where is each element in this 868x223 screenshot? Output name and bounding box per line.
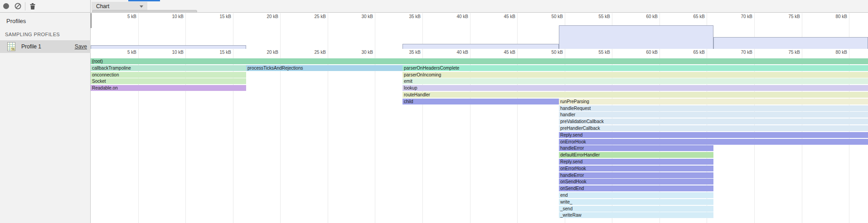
ruler-top-tick-label: 35 kB (384, 14, 421, 19)
ruler-bottom-tick-label: 10 kB (147, 50, 184, 55)
sidebar-item-profile-1[interactable]: % Profile 1 Save (0, 40, 91, 53)
flame-bar[interactable]: write_ (559, 199, 713, 205)
top-accent-bar (128, 0, 160, 1)
flame-bar[interactable]: handleError (559, 172, 713, 178)
ruler-bottom-tick-label: 35 kB (384, 50, 421, 55)
flame-bar[interactable]: handleError (559, 145, 713, 151)
profiles-sidebar: Profiles SAMPLING PROFILES % Profile 1 S… (0, 0, 91, 223)
ruler-bottom-tick-label: 70 kB (716, 50, 752, 55)
sidebar-title: Profiles (6, 18, 26, 24)
view-mode-value: Chart (96, 3, 109, 9)
ruler-top-tick-label: 60 kB (621, 14, 658, 19)
flame-bar[interactable]: onErrorHook (559, 139, 868, 145)
flame-bar[interactable]: Readable.on (91, 85, 246, 91)
memory-overview[interactable] (91, 20, 868, 49)
trash-icon (29, 3, 36, 10)
profiles-toolbar (0, 0, 90, 13)
flame-bar[interactable]: child (402, 99, 559, 104)
ruler-top-tick-label: 50 kB (526, 14, 563, 19)
ruler-bottom-tick-label: 65 kB (668, 50, 705, 55)
overview-step (559, 25, 713, 49)
flame-bar[interactable]: preValidationCallback (559, 119, 868, 124)
ruler-bottom-tick-label: 30 kB (336, 50, 373, 55)
ruler-bottom-tick-label: 45 kB (479, 50, 515, 55)
ruler-top-tick-label: 25 kB (289, 14, 326, 19)
flame-bar[interactable]: onconnection (91, 72, 246, 78)
profile-name: Profile 1 (21, 43, 75, 50)
ruler-top-tick-label: 5 kB (100, 14, 136, 19)
ruler-bottom-tick-label: 15 kB (194, 50, 231, 55)
ruler-bottom-tick-label: 60 kB (621, 50, 658, 55)
record-icon (3, 3, 9, 9)
ruler-top-tick-label: 70 kB (716, 14, 752, 19)
memory-profiler-app: Profiles SAMPLING PROFILES % Profile 1 S… (0, 0, 868, 223)
ruler-bottom-tick-label: 40 kB (432, 50, 468, 55)
record-button[interactable] (0, 0, 12, 12)
svg-text:%: % (11, 47, 15, 51)
flame-bar[interactable]: runPreParsing (559, 99, 868, 104)
flame-bar[interactable]: processTicksAndRejections (246, 65, 402, 71)
overview-step (402, 44, 559, 49)
flame-bar[interactable]: defaultErrorHandler (559, 152, 713, 158)
heap-profile-icon: % (7, 42, 15, 51)
flame-bar[interactable]: end (559, 192, 713, 198)
clear-button[interactable] (12, 0, 24, 12)
toolbar-separator (25, 2, 25, 10)
flame-bar[interactable]: _writeRaw (559, 212, 713, 218)
flame-bar[interactable]: parserOnIncoming (402, 72, 868, 78)
flame-bar[interactable]: routeHandler (402, 92, 868, 98)
flame-bar[interactable]: _send (559, 206, 713, 212)
overview-step (713, 37, 868, 49)
ruler-top-tick-label: 20 kB (242, 14, 278, 19)
ruler-bottom-tick-label: 55 kB (573, 50, 610, 55)
ruler-bottom-tick-label: 5 kB (100, 50, 136, 55)
ruler-top-tick-label: 75 kB (763, 14, 800, 19)
ruler-bottom-tick-label: 75 kB (763, 50, 800, 55)
flame-bar[interactable]: (root) (91, 58, 868, 64)
chart-pane: Chart 5 kB5 kB10 kB10 kB15 kB15 kB20 kB2… (91, 0, 868, 223)
ruler-bottom-tick-label: 20 kB (242, 50, 278, 55)
chevron-down-icon (140, 5, 143, 8)
ruler-top-tick-label: 40 kB (432, 14, 468, 19)
flame-bar[interactable]: handler (559, 112, 868, 118)
delete-profile-button[interactable] (27, 0, 39, 12)
overview-range-handle[interactable] (91, 13, 92, 28)
flame-bar[interactable]: emit (402, 78, 868, 84)
ruler-top-tick-label: 55 kB (573, 14, 610, 19)
horizontal-scrollbar-thumb[interactable] (92, 10, 197, 13)
flame-bar[interactable]: onErrorHook (559, 166, 713, 171)
ruler-top-tick-label: 65 kB (668, 14, 705, 19)
ruler-top-tick-label: 30 kB (336, 14, 373, 19)
circle-slash-icon (15, 3, 21, 9)
flame-bar[interactable]: onSendHook (559, 179, 713, 185)
ruler-bottom-tick-label: 80 kB (810, 50, 847, 55)
view-mode-select[interactable]: Chart (92, 2, 147, 11)
flame-bar[interactable]: preHandlerCallback (559, 125, 868, 131)
flame-bar[interactable]: handleRequest (559, 105, 868, 111)
flame-bar[interactable]: Socket (91, 78, 246, 84)
overview-step (91, 45, 246, 49)
flame-bar[interactable]: callbackTrampoline (91, 65, 246, 71)
ruler-top-tick-label: 45 kB (479, 14, 515, 19)
ruler-top-tick-label: 80 kB (810, 14, 847, 19)
flame-bar[interactable]: Reply.send (559, 159, 713, 165)
ruler-bottom-tick-label: 50 kB (526, 50, 563, 55)
ruler-top-tick-label: 10 kB (147, 14, 184, 19)
flame-bar[interactable]: onSendEnd (559, 185, 713, 191)
ruler-bottom-tick-label: 25 kB (289, 50, 326, 55)
flame-bar[interactable]: parserOnHeadersComplete (402, 65, 868, 71)
flame-bar[interactable]: lookup (402, 85, 868, 91)
sampling-profiles-heading: SAMPLING PROFILES (5, 32, 60, 37)
ruler-top-tick-label: 15 kB (194, 14, 231, 19)
flame-bar[interactable]: Reply.send (559, 132, 868, 138)
flame-chart-area[interactable]: 5 kB5 kB10 kB10 kB15 kB15 kB20 kB20 kB25… (91, 13, 868, 223)
save-profile-link[interactable]: Save (75, 43, 87, 50)
chart-toolbar: Chart (91, 0, 868, 13)
